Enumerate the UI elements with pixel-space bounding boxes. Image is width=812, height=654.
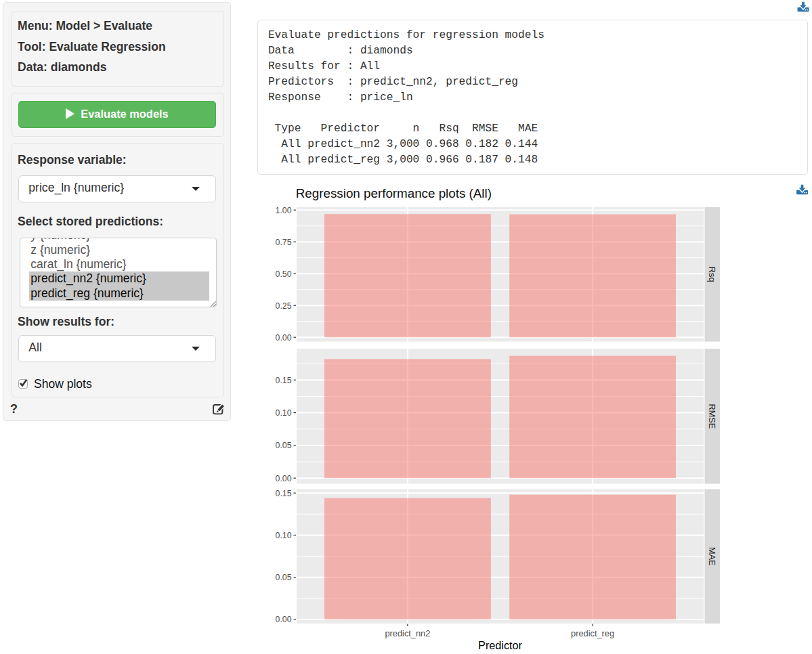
svg-text:Regression performance plots (: Regression performance plots (All) <box>296 186 492 200</box>
svg-text:0.00: 0.00 <box>276 615 292 624</box>
svg-text:0.05: 0.05 <box>276 441 292 450</box>
svg-text:0.10: 0.10 <box>276 531 292 540</box>
svg-text:predict_reg: predict_reg <box>571 628 614 638</box>
svg-text:RMSE: RMSE <box>707 404 717 429</box>
svg-text:MAE: MAE <box>707 547 717 566</box>
svg-text:0.00: 0.00 <box>276 474 292 483</box>
svg-text:1.00: 1.00 <box>276 206 292 215</box>
svg-text:Rsq: Rsq <box>707 267 717 282</box>
svg-text:Predictor: Predictor <box>478 639 522 651</box>
svg-text:0.05: 0.05 <box>276 573 292 582</box>
svg-text:0.25: 0.25 <box>276 301 292 311</box>
svg-text:0.75: 0.75 <box>276 238 292 247</box>
svg-text:0.00: 0.00 <box>276 333 292 343</box>
svg-text:predict_nn2: predict_nn2 <box>385 628 430 638</box>
svg-text:0.10: 0.10 <box>276 408 292 418</box>
svg-text:0.15: 0.15 <box>276 489 292 498</box>
svg-text:0.50: 0.50 <box>276 269 292 279</box>
svg-text:0.15: 0.15 <box>276 376 292 385</box>
